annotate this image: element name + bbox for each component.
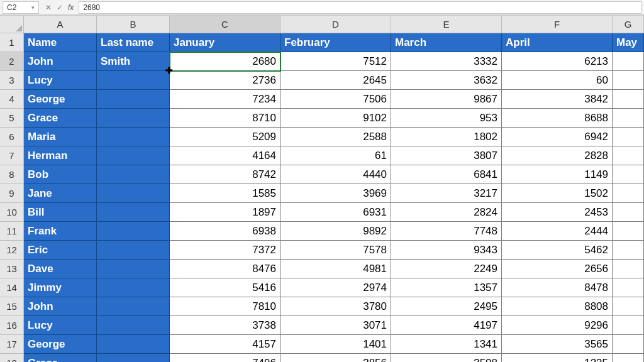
cell-name[interactable]: Eric [24, 241, 97, 260]
cell-may[interactable] [613, 71, 644, 90]
cell-may[interactable] [613, 278, 644, 297]
cell-january[interactable]: 3738 [170, 316, 280, 335]
cell-january[interactable]: 2680 [170, 52, 280, 71]
row-head-8[interactable]: 8 [0, 165, 24, 184]
row-head-17[interactable]: 17 [0, 335, 24, 354]
cell-february[interactable]: 61 [280, 146, 391, 165]
cell-april[interactable]: 1502 [502, 184, 613, 203]
cell-may[interactable] [613, 128, 644, 146]
cell-name[interactable]: Jane [24, 184, 97, 203]
row-head-15[interactable]: 15 [0, 297, 24, 316]
cell-march[interactable]: 4197 [391, 316, 502, 335]
row-head-9[interactable]: 9 [0, 184, 24, 203]
cell-february[interactable]: 1401 [280, 335, 391, 354]
row-head-5[interactable]: 5 [0, 109, 24, 128]
header-february[interactable]: February [280, 33, 391, 52]
cell-march[interactable]: 2249 [391, 260, 502, 278]
cancel-icon[interactable]: ✕ [45, 3, 52, 12]
cell-may[interactable] [613, 354, 644, 362]
cell-name[interactable]: Grace [24, 109, 97, 128]
cell-lastname[interactable] [97, 146, 170, 165]
cell-april[interactable]: 1235 [502, 354, 613, 362]
cell-april[interactable]: 60 [502, 71, 613, 90]
cell-march[interactable]: 3807 [391, 146, 502, 165]
cell-april[interactable]: 3842 [502, 90, 613, 109]
col-head-C[interactable]: C [170, 16, 280, 33]
cell-april[interactable]: 8478 [502, 278, 613, 297]
cell-may[interactable] [613, 90, 644, 109]
cell-april[interactable]: 9296 [502, 316, 613, 335]
cell-may[interactable] [613, 146, 644, 165]
cell-january[interactable]: 2736 [170, 71, 280, 90]
cell-lastname[interactable] [97, 128, 170, 146]
row-head-18[interactable]: 18 [0, 354, 24, 362]
cell-march[interactable]: 2495 [391, 297, 502, 316]
cell-lastname[interactable] [97, 71, 170, 90]
col-head-B[interactable]: B [97, 16, 170, 33]
cell-april[interactable]: 1149 [502, 165, 613, 184]
cell-february[interactable]: 6931 [280, 203, 391, 222]
cell-name[interactable]: John [24, 52, 97, 71]
cell-lastname[interactable] [97, 354, 170, 362]
cell-name[interactable]: George [24, 335, 97, 354]
cell-may[interactable] [613, 165, 644, 184]
cell-january[interactable]: 5209 [170, 128, 280, 146]
col-head-F[interactable]: F [502, 16, 613, 33]
cell-name[interactable]: Bob [24, 165, 97, 184]
cell-january[interactable]: 5416 [170, 278, 280, 297]
header-january[interactable]: January [170, 33, 280, 52]
cell-april[interactable]: 6942 [502, 128, 613, 146]
cell-march[interactable]: 953 [391, 109, 502, 128]
cell-lastname[interactable]: Smith✚ [97, 52, 170, 71]
header-lastname[interactable]: Last name [97, 33, 170, 52]
cell-name[interactable]: Jimmy [24, 278, 97, 297]
col-head-G[interactable]: G [613, 16, 644, 33]
row-head-10[interactable]: 10 [0, 203, 24, 222]
cell-february[interactable]: 9892 [280, 222, 391, 241]
header-name[interactable]: Name [24, 33, 97, 52]
cell-february[interactable]: 7578 [280, 241, 391, 260]
cell-april[interactable]: 8688 [502, 109, 613, 128]
cell-march[interactable]: 3508 [391, 354, 502, 362]
row-head-14[interactable]: 14 [0, 278, 24, 297]
cell-january[interactable]: 7496 [170, 354, 280, 362]
row-head-12[interactable]: 12 [0, 241, 24, 260]
col-head-D[interactable]: D [280, 16, 391, 33]
cell-name[interactable]: Lucy [24, 316, 97, 335]
cell-february[interactable]: 2645 [280, 71, 391, 90]
cell-january[interactable]: 8476 [170, 260, 280, 278]
chevron-down-icon[interactable]: ▾ [31, 4, 35, 11]
row-head-7[interactable]: 7 [0, 146, 24, 165]
cell-january[interactable]: 1897 [170, 203, 280, 222]
cell-lastname[interactable] [97, 297, 170, 316]
cell-may[interactable] [613, 260, 644, 278]
cell-march[interactable]: 7748 [391, 222, 502, 241]
cell-name[interactable]: Lucy [24, 71, 97, 90]
row-head-2[interactable]: 2 [0, 52, 24, 71]
cell-january[interactable]: 8710 [170, 109, 280, 128]
cell-name[interactable]: John [24, 297, 97, 316]
select-all-corner[interactable] [0, 16, 24, 33]
cell-name[interactable]: Bill [24, 203, 97, 222]
cell-january[interactable]: 7810 [170, 297, 280, 316]
cell-lastname[interactable] [97, 165, 170, 184]
row-head-6[interactable]: 6 [0, 128, 24, 146]
cell-march[interactable]: 1341 [391, 335, 502, 354]
cell-may[interactable] [613, 52, 644, 71]
cell-february[interactable]: 2588 [280, 128, 391, 146]
name-box[interactable]: C2 ▾ [3, 1, 39, 14]
cell-lastname[interactable] [97, 278, 170, 297]
cell-april[interactable]: 8808 [502, 297, 613, 316]
header-may[interactable]: May [613, 33, 644, 52]
cell-name[interactable]: Dave [24, 260, 97, 278]
cell-january[interactable]: 1585 [170, 184, 280, 203]
cell-january[interactable]: 4157 [170, 335, 280, 354]
row-head-13[interactable]: 13 [0, 260, 24, 278]
cell-lastname[interactable] [97, 316, 170, 335]
header-april[interactable]: April [502, 33, 613, 52]
cell-march[interactable]: 3217 [391, 184, 502, 203]
cell-lastname[interactable] [97, 222, 170, 241]
cell-name[interactable]: Maria [24, 128, 97, 146]
cell-may[interactable] [613, 335, 644, 354]
cell-february[interactable]: 3071 [280, 316, 391, 335]
